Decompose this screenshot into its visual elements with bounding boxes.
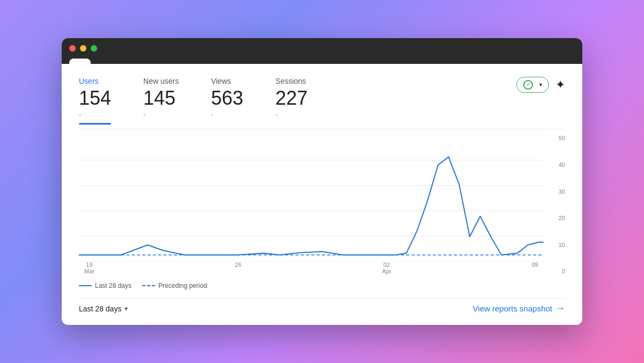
metric-sessions[interactable]: Sessions 227 -	[275, 77, 308, 119]
metrics-divider	[79, 129, 565, 129]
close-button[interactable]	[69, 45, 76, 52]
legend-solid-line	[79, 285, 92, 286]
main-content: Users 154 - New users 145 - Views 563 - …	[62, 64, 582, 325]
arrow-right-icon: →	[555, 303, 565, 314]
y-label-50: 50	[546, 135, 565, 141]
users-label: Users	[79, 77, 111, 85]
sessions-sub: -	[275, 111, 308, 119]
sessions-value: 227	[275, 88, 308, 109]
x-label-mar19: 19 Mar	[84, 262, 94, 274]
chart-area: 0 10 20 30 40 50 19 Mar 26 02 Ap	[79, 135, 565, 274]
controls: ✓ ▾ ✦	[516, 77, 565, 93]
legend-preceding-label: Preceding period	[158, 282, 207, 289]
y-label-40: 40	[546, 162, 565, 168]
browser-window: Users 154 - New users 145 - Views 563 - …	[62, 38, 582, 325]
chevron-down-icon: ▾	[539, 82, 542, 88]
tab-bar	[62, 59, 582, 64]
line-chart	[79, 135, 544, 262]
active-tab[interactable]	[69, 59, 91, 64]
new-users-label: New users	[143, 77, 179, 85]
metrics-row: Users 154 - New users 145 - Views 563 - …	[79, 77, 565, 125]
main-line	[79, 157, 544, 255]
users-active-indicator	[79, 123, 111, 125]
y-axis-labels: 0 10 20 30 40 50	[546, 135, 565, 274]
maximize-button[interactable]	[91, 45, 97, 52]
period-label: Last 28 days	[79, 304, 121, 313]
sparkle-icon: ✦	[555, 78, 565, 91]
metric-users[interactable]: Users 154 -	[79, 77, 111, 125]
metric-views[interactable]: Views 563 -	[211, 77, 243, 119]
users-value: 154	[79, 88, 111, 109]
sessions-label: Sessions	[275, 77, 308, 85]
x-label-apr09: 09	[532, 262, 538, 274]
view-reports-button[interactable]: View reports snapshot →	[473, 303, 565, 314]
period-selector[interactable]: Last 28 days ▾	[79, 304, 128, 313]
x-label-mar26: 26	[235, 262, 241, 274]
views-label: Views	[211, 77, 243, 85]
new-users-sub: -	[143, 111, 179, 119]
y-label-20: 20	[546, 215, 565, 221]
legend-last-28-days: Last 28 days	[79, 282, 131, 289]
legend-dashed-line	[142, 285, 155, 286]
views-value: 563	[211, 88, 243, 109]
minimize-button[interactable]	[80, 45, 86, 52]
new-users-value: 145	[143, 88, 179, 109]
chart-legend: Last 28 days Preceding period	[79, 282, 565, 289]
check-icon: ✓	[523, 80, 533, 90]
x-label-apr02: 02 Apr	[382, 262, 391, 274]
legend-last-28-label: Last 28 days	[95, 282, 131, 289]
users-sub: -	[79, 111, 111, 119]
footer: Last 28 days ▾ View reports snapshot →	[79, 298, 565, 314]
y-label-10: 10	[546, 242, 565, 248]
chart-svg-container	[79, 135, 544, 262]
period-chevron-icon: ▾	[125, 305, 128, 313]
y-label-0: 0	[546, 268, 565, 274]
view-reports-label: View reports snapshot	[473, 304, 552, 313]
y-label-30: 30	[546, 188, 565, 195]
metric-new-users[interactable]: New users 145 -	[143, 77, 179, 119]
sparkle-button[interactable]: ✦	[555, 78, 565, 92]
legend-preceding-period: Preceding period	[142, 282, 207, 289]
titlebar	[62, 38, 582, 59]
compare-button[interactable]: ✓ ▾	[516, 77, 549, 93]
x-axis: 19 Mar 26 02 Apr 09	[79, 262, 544, 274]
views-sub: -	[211, 111, 243, 119]
